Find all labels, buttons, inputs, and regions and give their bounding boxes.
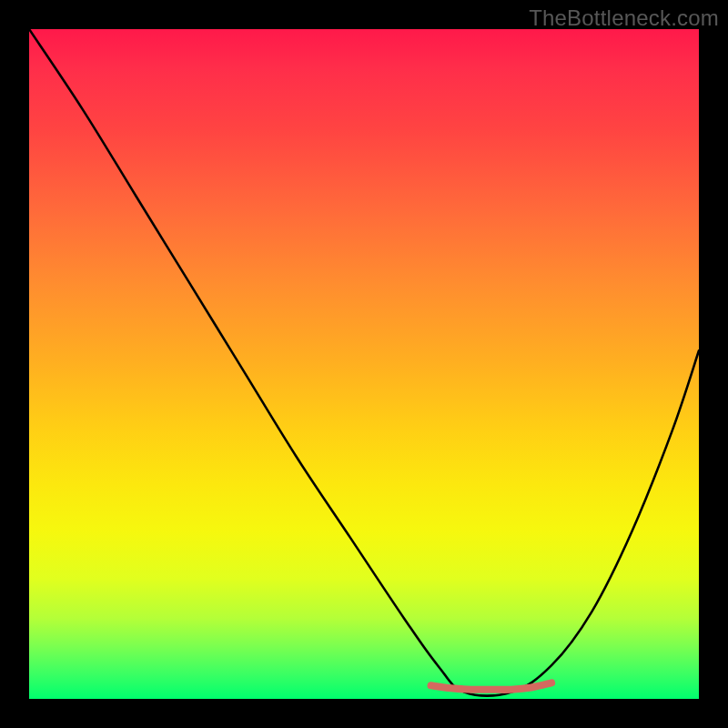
flat-segment: [431, 682, 551, 690]
bottleneck-curve: [29, 29, 699, 696]
plot-area: [29, 29, 699, 699]
chart-frame: TheBottleneck.com: [0, 0, 728, 728]
watermark-text: TheBottleneck.com: [529, 5, 719, 31]
chart-svg: [29, 29, 699, 699]
